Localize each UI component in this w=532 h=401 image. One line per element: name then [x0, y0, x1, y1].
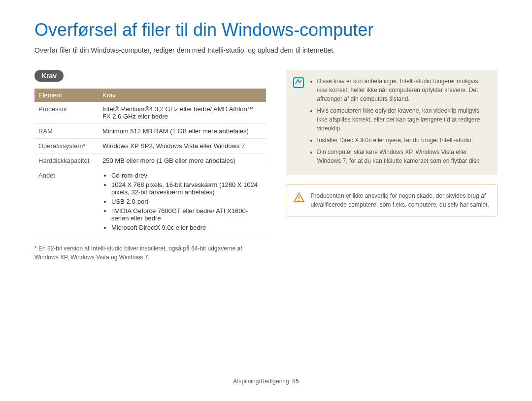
section-badge: Krav — [34, 70, 64, 82]
list-item: Microsoft DirectX 9.0c eller bedre — [111, 224, 262, 231]
th-element: Element — [34, 89, 99, 102]
list-item: nVIDIA Geforce 7600GT eller bedre/ ATI X… — [111, 207, 262, 222]
info-item: Disse krav er kun anbefalinger. Intelli-… — [317, 77, 490, 103]
list-item: USB 2.0-port — [111, 198, 262, 205]
cell-value: Cd-rom-drev 1024 X 768 pixels, 16-bit fa… — [99, 168, 266, 237]
cell-label: Operativsystem* — [34, 139, 99, 154]
info-item: Installer DirectX 9.0c eller nyere, før … — [317, 136, 490, 145]
cell-label: Processor — [34, 102, 99, 124]
left-column: Krav Element Krav Processor Intel® Penti… — [34, 70, 266, 262]
footer-section: Afspilning/Redigering — [233, 378, 289, 385]
cell-value: Intel® Pentium®4 3,2 GHz eller bedre/ AM… — [99, 102, 266, 124]
cell-label: Harddiskkapacitet — [34, 154, 99, 168]
page-footer: Afspilning/Redigering 85 — [0, 378, 532, 385]
intro-text: Overfør filer til din Windows-computer, … — [34, 46, 498, 54]
cell-value: 250 MB eller mere (1 GB eller mere anbef… — [99, 154, 266, 168]
svg-rect-0 — [294, 78, 303, 88]
info-box: Disse krav er kun anbefalinger. Intelli-… — [286, 70, 498, 175]
cell-value: Minimum 512 MB RAM (1 GB eller mere anbe… — [99, 124, 266, 139]
table-row: Harddiskkapacitet 250 MB eller mere (1 G… — [34, 154, 266, 168]
table-row: RAM Minimum 512 MB RAM (1 GB eller mere … — [34, 124, 266, 139]
svg-point-2 — [298, 200, 299, 201]
cell-value: Windows XP SP2, Windows Vista eller Wind… — [99, 139, 266, 154]
table-row: Processor Intel® Pentium®4 3,2 GHz eller… — [34, 102, 266, 124]
cell-label: RAM — [34, 124, 99, 139]
table-row: Operativsystem* Windows XP SP2, Windows … — [34, 139, 266, 154]
footnote: * En 32-bit version af Intelli-studio bl… — [34, 244, 266, 262]
warning-icon — [293, 191, 305, 203]
list-item: 1024 X 768 pixels, 16-bit farveskærm (12… — [111, 181, 262, 196]
warning-box: Producenten er ikke ansvarlig for nogen … — [286, 184, 498, 216]
info-item: Din computer skal køre Windows XP, Windo… — [317, 148, 490, 165]
cell-label: Andet — [34, 168, 99, 237]
info-item: Hvis computeren ikke opfylder kravene, k… — [317, 106, 490, 133]
footer-page-number: 85 — [292, 378, 299, 385]
list-item: Cd-rom-drev — [111, 172, 262, 179]
table-row: Andet Cd-rom-drev 1024 X 768 pixels, 16-… — [34, 168, 266, 237]
right-column: Disse krav er kun anbefalinger. Intelli-… — [286, 70, 498, 262]
note-icon — [293, 77, 304, 89]
requirements-table: Element Krav Processor Intel® Pentium®4 … — [34, 89, 266, 237]
th-req: Krav — [99, 89, 266, 102]
warning-text: Producenten er ikke ansvarlig for nogen … — [311, 192, 489, 208]
page-title: Overførsel af filer til din Windows-comp… — [34, 20, 498, 40]
